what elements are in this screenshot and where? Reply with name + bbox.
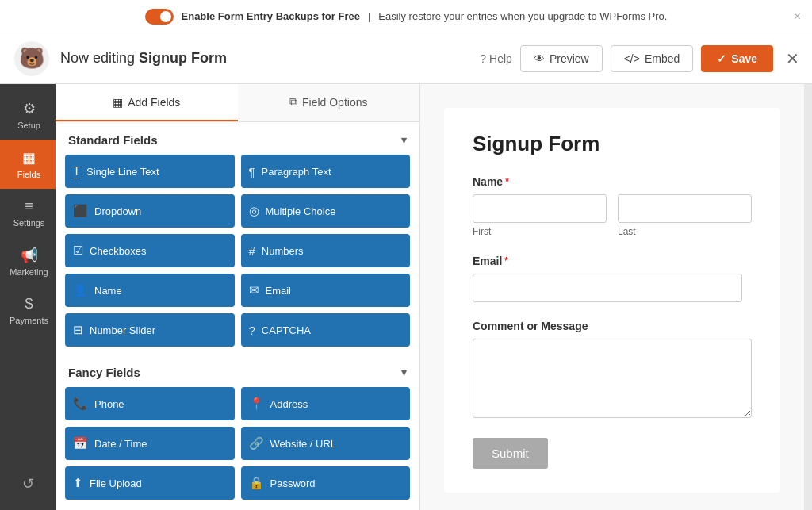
date-icon: 📅 <box>73 436 88 451</box>
field-btn-number-slider[interactable]: ⊟ Number Slider <box>65 313 235 347</box>
field-label-email: Email <box>266 285 292 297</box>
fancy-fields-grid: 📞 Phone 📍 Address 📅 Date / Time 🔗 Websit… <box>65 387 410 500</box>
payments-icon: $ <box>25 296 33 313</box>
field-label-name: Name <box>94 285 122 297</box>
sidebar-label-settings: Settings <box>13 218 45 228</box>
name-last-input[interactable] <box>618 194 752 223</box>
password-icon: 🔒 <box>249 476 264 490</box>
field-btn-dropdown[interactable]: ⬛ Dropdown <box>65 194 235 228</box>
fancy-chevron-icon: ▾ <box>401 366 407 378</box>
preview-label: Preview <box>550 52 589 65</box>
preview-button[interactable]: 👁 Preview <box>520 45 603 72</box>
field-label-file-upload: File Upload <box>90 477 142 489</box>
field-btn-captcha[interactable]: ? CAPTCHA <box>241 313 411 347</box>
sidebar: ⚙ Setup ▦ Fields ≡ Settings 📢 Marketing … <box>0 84 56 510</box>
field-btn-paragraph[interactable]: ¶ Paragraph Text <box>241 155 411 188</box>
name-icon: 👤 <box>73 283 88 297</box>
paragraph-icon: ¶ <box>249 165 255 178</box>
field-btn-name[interactable]: 👤 Name <box>65 274 235 307</box>
help-button[interactable]: ? Help <box>480 52 512 65</box>
fancy-fields-header[interactable]: Fancy Fields ▾ <box>65 355 410 387</box>
numbers-icon: # <box>249 244 255 258</box>
captcha-icon: ? <box>249 324 255 337</box>
eye-icon: 👁 <box>534 52 545 65</box>
setup-icon: ⚙ <box>23 100 36 117</box>
phone-icon: 📞 <box>73 397 88 411</box>
field-label-single-line: Single Line Text <box>86 166 159 178</box>
field-btn-multiple-choice[interactable]: ◎ Multiple Choice <box>241 194 411 228</box>
sidebar-label-marketing: Marketing <box>10 267 48 277</box>
sidebar-item-marketing[interactable]: 📢 Marketing <box>0 237 56 286</box>
editing-prefix: Now editing <box>60 50 135 66</box>
single-line-icon: T̲ <box>73 164 80 178</box>
name-last-label: Last <box>618 226 752 237</box>
form-field-name: Name * First Last <box>473 175 752 237</box>
panel-tabs: ▦ Add Fields ⧉ Field Options <box>56 84 419 122</box>
app-logo: 🐻 <box>13 40 51 78</box>
sidebar-item-setup[interactable]: ⚙ Setup <box>0 90 56 140</box>
marketing-icon: 📢 <box>21 247 38 264</box>
name-first-label: First <box>473 226 607 237</box>
field-label-website-url: Website / URL <box>270 438 337 450</box>
field-btn-address[interactable]: 📍 Address <box>241 387 411 420</box>
question-icon: ? <box>480 52 486 65</box>
submit-button[interactable]: Submit <box>473 438 548 469</box>
upload-icon: ⬆ <box>73 476 83 490</box>
field-btn-password[interactable]: 🔒 Password <box>241 466 411 500</box>
name-required-star: * <box>505 176 509 187</box>
standard-chevron-icon: ▾ <box>401 134 407 146</box>
standard-fields-label: Standard Fields <box>68 133 158 147</box>
notification-bar: Enable Form Entry Backups for Free | Eas… <box>0 0 812 33</box>
app-header: 🐻 Now editing Signup Form ? Help 👁 Previ… <box>0 33 812 84</box>
form-field-comment: Comment or Message <box>473 320 752 420</box>
name-first-input[interactable] <box>473 194 607 223</box>
sidebar-item-fields[interactable]: ▦ Fields <box>0 140 56 189</box>
field-btn-phone[interactable]: 📞 Phone <box>65 387 235 420</box>
form-field-email: Email * <box>473 255 752 302</box>
notif-separator: | <box>368 10 370 22</box>
name-label: Name * <box>473 175 752 188</box>
tab-field-options[interactable]: ⧉ Field Options <box>238 84 420 121</box>
field-label-multiple-choice: Multiple Choice <box>266 205 336 217</box>
field-btn-website-url[interactable]: 🔗 Website / URL <box>241 427 411 460</box>
standard-fields-header[interactable]: Standard Fields ▾ <box>65 122 410 155</box>
name-subfields: First Last <box>473 194 752 237</box>
email-label-text: Email <box>473 255 502 267</box>
email-input[interactable] <box>473 274 742 302</box>
toggle-switch[interactable] <box>145 9 174 25</box>
field-label-phone: Phone <box>94 398 124 410</box>
sidebar-item-settings[interactable]: ≡ Settings <box>0 189 56 237</box>
notif-close-button[interactable]: × <box>794 10 801 24</box>
undo-button[interactable]: ↺ <box>14 467 42 500</box>
sidebar-label-payments: Payments <box>10 316 48 325</box>
form-canvas: Signup Form Name * First Last <box>444 108 780 493</box>
embed-button[interactable]: </> Embed <box>611 45 694 72</box>
header-title: Now editing Signup Form <box>60 50 470 67</box>
field-label-numbers: Numbers <box>262 245 304 257</box>
fields-icon: ▦ <box>22 149 36 167</box>
field-label-date-time: Date / Time <box>94 438 147 450</box>
sidebar-item-payments[interactable]: $ Payments <box>0 286 56 335</box>
name-label-text: Name <box>473 175 503 188</box>
help-label: Help <box>489 52 512 65</box>
form-name: Signup Form <box>139 50 227 66</box>
field-btn-date-time[interactable]: 📅 Date / Time <box>65 427 235 460</box>
preview-scrollbar[interactable] <box>804 84 812 510</box>
checkboxes-icon: ☑ <box>73 243 83 258</box>
field-btn-checkboxes[interactable]: ☑ Checkboxes <box>65 234 235 267</box>
close-button[interactable]: ✕ <box>786 49 799 68</box>
standard-fields-grid: T̲ Single Line Text ¶ Paragraph Text ⬛ D… <box>65 155 410 347</box>
email-required-star: * <box>504 255 508 267</box>
field-btn-email[interactable]: ✉ Email <box>241 274 411 307</box>
field-btn-single-line[interactable]: T̲ Single Line Text <box>65 155 235 188</box>
slider-icon: ⊟ <box>73 323 83 337</box>
tab-add-fields[interactable]: ▦ Add Fields <box>56 84 238 121</box>
sidebar-bottom: ↺ <box>0 467 56 510</box>
field-btn-file-upload[interactable]: ⬆ File Upload <box>65 466 235 500</box>
settings-icon: ≡ <box>25 198 33 215</box>
fields-panel: ▦ Add Fields ⧉ Field Options Standard Fi… <box>56 84 420 510</box>
comment-textarea[interactable] <box>473 339 752 418</box>
field-label-checkboxes: Checkboxes <box>90 245 147 257</box>
save-button[interactable]: ✓ Save <box>701 45 773 72</box>
field-btn-numbers[interactable]: # Numbers <box>241 234 411 267</box>
